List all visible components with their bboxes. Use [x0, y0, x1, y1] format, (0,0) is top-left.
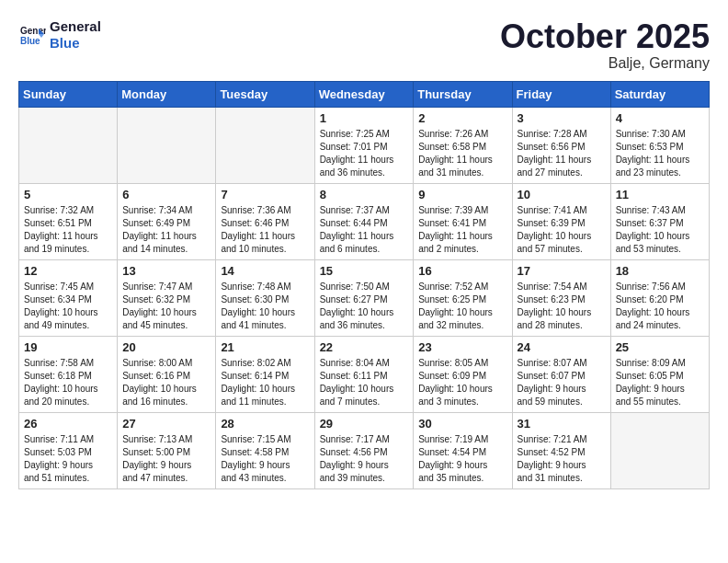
day-number: 6	[122, 188, 210, 201]
weekday-header-saturday: Saturday	[610, 81, 709, 107]
day-info: Sunrise: 7:13 AM Sunset: 5:00 PM Dayligh…	[122, 433, 210, 485]
day-info: Sunrise: 7:56 AM Sunset: 6:20 PM Dayligh…	[616, 281, 704, 332]
calendar-cell: 20Sunrise: 8:00 AM Sunset: 6:16 PM Dayli…	[118, 336, 216, 412]
day-number: 16	[418, 264, 506, 278]
calendar-cell: 23Sunrise: 8:05 AM Sunset: 6:09 PM Dayli…	[414, 336, 512, 412]
day-info: Sunrise: 8:07 AM Sunset: 6:07 PM Dayligh…	[518, 357, 606, 408]
day-number: 9	[418, 188, 506, 201]
day-info: Sunrise: 8:00 AM Sunset: 6:16 PM Dayligh…	[122, 357, 210, 408]
calendar-cell: 7Sunrise: 7:36 AM Sunset: 6:46 PM Daylig…	[216, 183, 314, 259]
day-number: 15	[320, 264, 409, 278]
calendar-week-5: 26Sunrise: 7:11 AM Sunset: 5:03 PM Dayli…	[19, 412, 710, 488]
day-info: Sunrise: 7:47 AM Sunset: 6:32 PM Dayligh…	[122, 281, 210, 332]
month-title: October 2025	[500, 18, 710, 55]
day-number: 4	[616, 111, 704, 125]
day-info: Sunrise: 7:39 AM Sunset: 6:41 PM Dayligh…	[418, 204, 506, 256]
day-info: Sunrise: 7:21 AM Sunset: 4:52 PM Dayligh…	[518, 433, 606, 485]
calendar-cell: 6Sunrise: 7:34 AM Sunset: 6:49 PM Daylig…	[118, 183, 216, 259]
calendar-week-4: 19Sunrise: 7:58 AM Sunset: 6:18 PM Dayli…	[19, 336, 710, 412]
day-info: Sunrise: 7:17 AM Sunset: 4:56 PM Dayligh…	[320, 433, 409, 485]
calendar-cell: 11Sunrise: 7:43 AM Sunset: 6:37 PM Dayli…	[610, 183, 709, 259]
day-number: 23	[418, 340, 506, 354]
logo-text: General Blue	[50, 18, 101, 52]
calendar-cell: 5Sunrise: 7:32 AM Sunset: 6:51 PM Daylig…	[19, 183, 118, 259]
calendar-cell: 9Sunrise: 7:39 AM Sunset: 6:41 PM Daylig…	[414, 183, 512, 259]
weekday-header-row: SundayMondayTuesdayWednesdayThursdayFrid…	[19, 81, 710, 107]
calendar-cell: 28Sunrise: 7:15 AM Sunset: 4:58 PM Dayli…	[216, 412, 314, 488]
calendar-cell: 24Sunrise: 8:07 AM Sunset: 6:07 PM Dayli…	[512, 336, 610, 412]
day-info: Sunrise: 7:48 AM Sunset: 6:30 PM Dayligh…	[221, 281, 309, 332]
calendar-cell: 12Sunrise: 7:45 AM Sunset: 6:34 PM Dayli…	[19, 259, 118, 336]
day-info: Sunrise: 7:50 AM Sunset: 6:27 PM Dayligh…	[320, 281, 409, 332]
day-info: Sunrise: 7:30 AM Sunset: 6:53 PM Dayligh…	[616, 128, 704, 179]
day-info: Sunrise: 7:15 AM Sunset: 4:58 PM Dayligh…	[221, 433, 309, 485]
calendar-cell: 15Sunrise: 7:50 AM Sunset: 6:27 PM Dayli…	[314, 259, 414, 336]
day-number: 24	[518, 340, 606, 354]
calendar-cell: 19Sunrise: 7:58 AM Sunset: 6:18 PM Dayli…	[19, 336, 118, 412]
day-info: Sunrise: 8:05 AM Sunset: 6:09 PM Dayligh…	[418, 357, 506, 408]
weekday-header-sunday: Sunday	[19, 81, 118, 107]
day-info: Sunrise: 7:32 AM Sunset: 6:51 PM Dayligh…	[24, 204, 112, 256]
logo-icon: General Blue	[18, 21, 46, 49]
day-number: 20	[122, 340, 210, 354]
calendar-cell: 13Sunrise: 7:47 AM Sunset: 6:32 PM Dayli…	[118, 259, 216, 336]
calendar-table: SundayMondayTuesdayWednesdayThursdayFrid…	[18, 81, 710, 489]
day-number: 5	[24, 188, 112, 201]
day-number: 29	[320, 417, 409, 431]
day-number: 13	[122, 264, 210, 278]
day-number: 2	[418, 111, 506, 125]
calendar-cell: 22Sunrise: 8:04 AM Sunset: 6:11 PM Dayli…	[314, 336, 414, 412]
day-number: 26	[24, 417, 112, 431]
weekday-header-thursday: Thursday	[414, 81, 512, 107]
page-header: General Blue General Blue October 2025 B…	[18, 18, 710, 72]
calendar-cell: 4Sunrise: 7:30 AM Sunset: 6:53 PM Daylig…	[610, 107, 709, 183]
day-number: 10	[518, 188, 606, 201]
weekday-header-monday: Monday	[118, 81, 216, 107]
day-number: 30	[418, 417, 506, 431]
calendar-cell: 21Sunrise: 8:02 AM Sunset: 6:14 PM Dayli…	[216, 336, 314, 412]
weekday-header-wednesday: Wednesday	[314, 81, 414, 107]
day-info: Sunrise: 7:41 AM Sunset: 6:39 PM Dayligh…	[518, 204, 606, 256]
day-number: 18	[616, 264, 704, 278]
calendar-cell: 29Sunrise: 7:17 AM Sunset: 4:56 PM Dayli…	[314, 412, 414, 488]
day-number: 11	[616, 188, 704, 201]
weekday-header-tuesday: Tuesday	[216, 81, 314, 107]
day-number: 7	[221, 188, 309, 201]
day-number: 31	[518, 417, 606, 431]
day-number: 19	[24, 340, 112, 354]
day-info: Sunrise: 8:02 AM Sunset: 6:14 PM Dayligh…	[221, 357, 309, 408]
calendar-cell: 14Sunrise: 7:48 AM Sunset: 6:30 PM Dayli…	[216, 259, 314, 336]
day-info: Sunrise: 7:58 AM Sunset: 6:18 PM Dayligh…	[24, 357, 112, 408]
calendar-cell: 18Sunrise: 7:56 AM Sunset: 6:20 PM Dayli…	[610, 259, 709, 336]
day-info: Sunrise: 7:28 AM Sunset: 6:56 PM Dayligh…	[518, 128, 606, 179]
calendar-cell: 26Sunrise: 7:11 AM Sunset: 5:03 PM Dayli…	[19, 412, 118, 488]
day-number: 1	[320, 111, 409, 125]
calendar-cell: 3Sunrise: 7:28 AM Sunset: 6:56 PM Daylig…	[512, 107, 610, 183]
day-number: 12	[24, 264, 112, 278]
calendar-cell: 17Sunrise: 7:54 AM Sunset: 6:23 PM Dayli…	[512, 259, 610, 336]
calendar-cell	[610, 412, 709, 488]
day-info: Sunrise: 7:25 AM Sunset: 7:01 PM Dayligh…	[320, 128, 409, 179]
calendar-cell: 25Sunrise: 8:09 AM Sunset: 6:05 PM Dayli…	[610, 336, 709, 412]
calendar-cell	[19, 107, 118, 183]
logo: General Blue General Blue	[18, 18, 101, 52]
calendar-cell: 1Sunrise: 7:25 AM Sunset: 7:01 PM Daylig…	[314, 107, 414, 183]
calendar-cell: 10Sunrise: 7:41 AM Sunset: 6:39 PM Dayli…	[512, 183, 610, 259]
day-info: Sunrise: 7:11 AM Sunset: 5:03 PM Dayligh…	[24, 433, 112, 485]
day-info: Sunrise: 7:19 AM Sunset: 4:54 PM Dayligh…	[418, 433, 506, 485]
calendar-cell: 27Sunrise: 7:13 AM Sunset: 5:00 PM Dayli…	[118, 412, 216, 488]
day-number: 25	[616, 340, 704, 354]
day-info: Sunrise: 7:34 AM Sunset: 6:49 PM Dayligh…	[122, 204, 210, 256]
calendar-week-1: 1Sunrise: 7:25 AM Sunset: 7:01 PM Daylig…	[19, 107, 710, 183]
calendar-week-3: 12Sunrise: 7:45 AM Sunset: 6:34 PM Dayli…	[19, 259, 710, 336]
calendar-cell: 8Sunrise: 7:37 AM Sunset: 6:44 PM Daylig…	[314, 183, 414, 259]
day-number: 28	[221, 417, 309, 431]
day-number: 22	[320, 340, 409, 354]
day-info: Sunrise: 7:26 AM Sunset: 6:58 PM Dayligh…	[418, 128, 506, 179]
day-info: Sunrise: 8:09 AM Sunset: 6:05 PM Dayligh…	[616, 357, 704, 408]
calendar-cell	[216, 107, 314, 183]
day-info: Sunrise: 7:37 AM Sunset: 6:44 PM Dayligh…	[320, 204, 409, 256]
day-info: Sunrise: 7:45 AM Sunset: 6:34 PM Dayligh…	[24, 281, 112, 332]
day-number: 21	[221, 340, 309, 354]
title-block: October 2025 Balje, Germany	[500, 18, 710, 72]
